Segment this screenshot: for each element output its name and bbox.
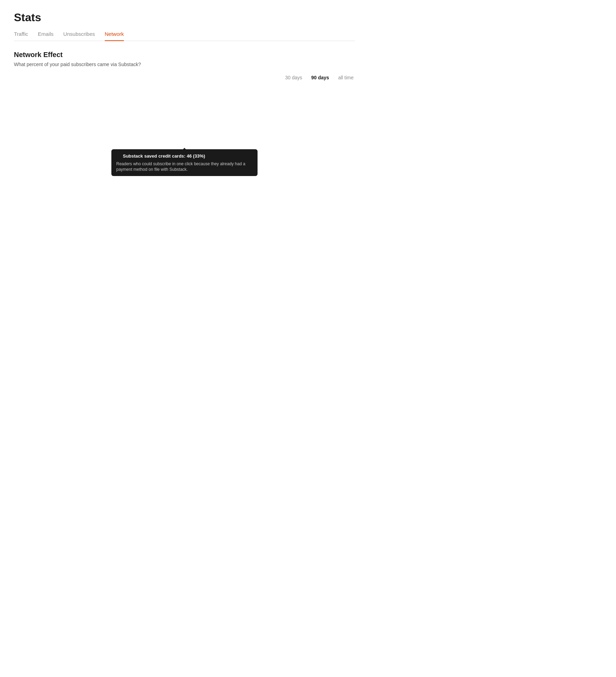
tab-emails[interactable]: Emails: [38, 31, 54, 41]
section-title: Network Effect: [14, 51, 355, 59]
donut-chart-container: Subscribers Substack saved credit cards:…: [14, 87, 355, 233]
time-filter-30-days[interactable]: 30 days: [284, 74, 303, 81]
donut-center-label: Subscribers: [162, 155, 206, 164]
tabs-nav: TrafficEmailsUnsubscribesNetwork: [14, 31, 355, 41]
tab-network[interactable]: Network: [105, 31, 124, 41]
page-title: Stats: [14, 11, 355, 24]
time-filter-bar: 30 days90 daysall time: [14, 74, 355, 81]
donut-wrapper: Subscribers Substack saved credit cards:…: [111, 87, 258, 233]
time-filter-90-days[interactable]: 90 days: [310, 74, 330, 81]
tab-traffic[interactable]: Traffic: [14, 31, 28, 41]
tab-unsubscribes[interactable]: Unsubscribes: [63, 31, 95, 41]
time-filter-all-time[interactable]: all time: [337, 74, 355, 81]
section-subtitle: What percent of your paid subscribers ca…: [14, 62, 355, 67]
